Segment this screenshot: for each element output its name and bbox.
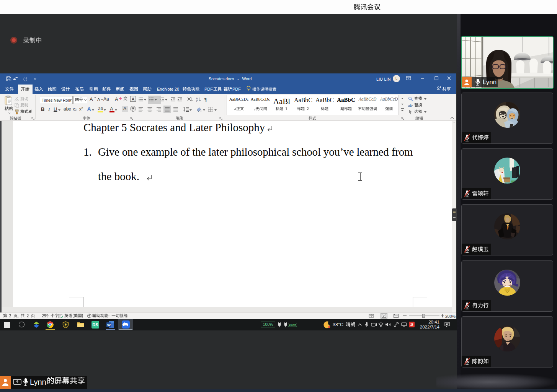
svg-text:ab: ab [408,104,412,107]
svg-text:A: A [196,97,198,100]
svg-text:W: W [107,323,111,327]
svg-text:Z: Z [196,100,198,102]
